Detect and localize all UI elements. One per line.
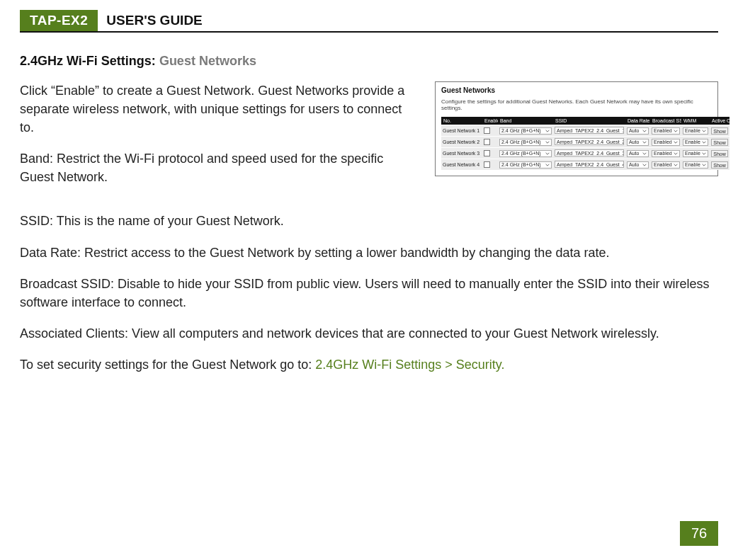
page-number: 76 xyxy=(680,521,718,546)
paragraph: SSID: This is the name of your Guest Net… xyxy=(20,212,718,230)
col-enable: Enable xyxy=(482,117,498,125)
enable-checkbox[interactable] xyxy=(484,161,490,168)
ssid-input[interactable]: Amped_TAPEX2_2.4_Guest_2 xyxy=(555,138,624,145)
show-button[interactable]: Show xyxy=(711,139,728,146)
row-label: Guest Network 4 xyxy=(441,159,482,171)
chevron-down-icon xyxy=(674,129,678,133)
chevron-down-icon xyxy=(674,140,678,144)
table-row: Guest Network 12.4 GHz (B+G+N)Amped_TAPE… xyxy=(441,125,730,137)
chevron-down-icon xyxy=(702,129,706,133)
band-select[interactable]: 2.4 GHz (B+G+N) xyxy=(499,139,552,146)
band-select[interactable]: 2.4 GHz (B+G+N) xyxy=(499,127,552,135)
chevron-down-icon xyxy=(642,140,647,144)
table-header-row: No. Enable Band SSID Data Rate Broadcast… xyxy=(441,117,730,125)
figure-desc: Configure the settings for additional Gu… xyxy=(441,98,712,111)
chevron-down-icon xyxy=(674,152,678,156)
chevron-down-icon xyxy=(545,163,550,167)
product-badge: TAP-EX2 xyxy=(20,10,98,31)
paragraph: Click “Enable” to create a Guest Network… xyxy=(20,81,419,137)
chevron-down-icon xyxy=(702,140,706,144)
ssid-input[interactable]: Amped_TAPEX2_2.4_Guest_3 xyxy=(555,149,624,156)
figure-title: Guest Networks xyxy=(441,86,712,94)
paragraph: Data Rate: Restrict access to the Guest … xyxy=(20,244,718,262)
enable-checkbox[interactable] xyxy=(484,139,490,145)
chevron-down-icon xyxy=(702,152,706,156)
guest-networks-figure: Guest Networks Configure the settings fo… xyxy=(435,81,718,176)
doc-header: TAP-EX2 USER'S GUIDE xyxy=(20,6,718,31)
col-wmm: WMM xyxy=(681,117,710,125)
section-heading-sub: Guest Networks xyxy=(159,54,256,68)
table-row: Guest Network 42.4 GHz (B+G+N)Amped_TAPE… xyxy=(441,159,730,171)
broadcast-select[interactable]: Enabled xyxy=(652,150,680,157)
header-rule xyxy=(20,31,718,33)
paragraph: Broadcast SSID: Disable to hide your SSI… xyxy=(20,275,718,312)
wmm-select[interactable]: Enabled xyxy=(683,139,708,146)
section-heading-main: 2.4GHz Wi-Fi Settings: xyxy=(20,54,156,68)
show-button[interactable]: Show xyxy=(711,127,728,135)
ssid-input[interactable]: Amped_TAPEX2_2.4_Guest_4 xyxy=(555,161,624,168)
wmm-select[interactable]: Enabled xyxy=(683,161,708,168)
chevron-down-icon xyxy=(702,163,706,167)
doc-title: USER'S GUIDE xyxy=(98,10,202,31)
enable-checkbox[interactable] xyxy=(484,127,490,134)
wmm-select[interactable]: Enabled xyxy=(683,150,708,157)
row-label: Guest Network 3 xyxy=(441,148,482,159)
paragraph: Band: Restrict the Wi-Fi protocol and sp… xyxy=(20,149,419,186)
chevron-down-icon xyxy=(674,163,678,167)
chevron-down-icon xyxy=(642,152,647,156)
chevron-down-icon xyxy=(642,129,647,133)
paragraph: To set security settings for the Guest N… xyxy=(20,355,718,374)
chevron-down-icon xyxy=(545,129,550,133)
ssid-input[interactable]: Amped_TAPEX2_2.4_Guest_1 xyxy=(555,127,624,134)
chevron-down-icon xyxy=(545,152,550,156)
col-acl: Active Client List xyxy=(710,117,730,125)
band-select[interactable]: 2.4 GHz (B+G+N) xyxy=(499,150,552,157)
col-band: Band xyxy=(498,117,553,125)
band-select[interactable]: 2.4 GHz (B+G+N) xyxy=(499,161,552,168)
show-button[interactable]: Show xyxy=(711,161,728,168)
rate-select[interactable]: Auto xyxy=(627,150,649,157)
broadcast-select[interactable]: Enabled xyxy=(652,139,680,146)
chevron-down-icon xyxy=(545,140,550,144)
col-no: No. xyxy=(441,117,482,125)
show-button[interactable]: Show xyxy=(711,150,728,157)
broadcast-select[interactable]: Enabled xyxy=(652,127,680,135)
nav-path-link: 2.4GHz Wi-Fi Settings > Security. xyxy=(315,358,504,372)
section-heading: 2.4GHz Wi-Fi Settings: Guest Networks xyxy=(20,54,718,69)
rate-select[interactable]: Auto xyxy=(627,161,649,168)
row-label: Guest Network 1 xyxy=(441,125,482,137)
col-bssid: Broadcast SSID xyxy=(650,117,681,125)
chevron-down-icon xyxy=(642,163,647,167)
col-ssid: SSID xyxy=(553,117,625,125)
row-label: Guest Network 2 xyxy=(441,137,482,148)
enable-checkbox[interactable] xyxy=(484,150,490,156)
table-row: Guest Network 22.4 GHz (B+G+N)Amped_TAPE… xyxy=(441,137,730,148)
paragraph: Associated Clients: View all computers a… xyxy=(20,324,718,343)
wmm-select[interactable]: Enabled xyxy=(683,127,708,135)
broadcast-select[interactable]: Enabled xyxy=(652,161,680,168)
table-row: Guest Network 32.4 GHz (B+G+N)Amped_TAPE… xyxy=(441,148,730,159)
paragraph-text: To set security settings for the Guest N… xyxy=(20,358,315,372)
col-rate: Data Rate xyxy=(625,117,650,125)
rate-select[interactable]: Auto xyxy=(627,127,649,135)
guest-networks-table: No. Enable Band SSID Data Rate Broadcast… xyxy=(441,117,730,170)
rate-select[interactable]: Auto xyxy=(627,139,649,146)
